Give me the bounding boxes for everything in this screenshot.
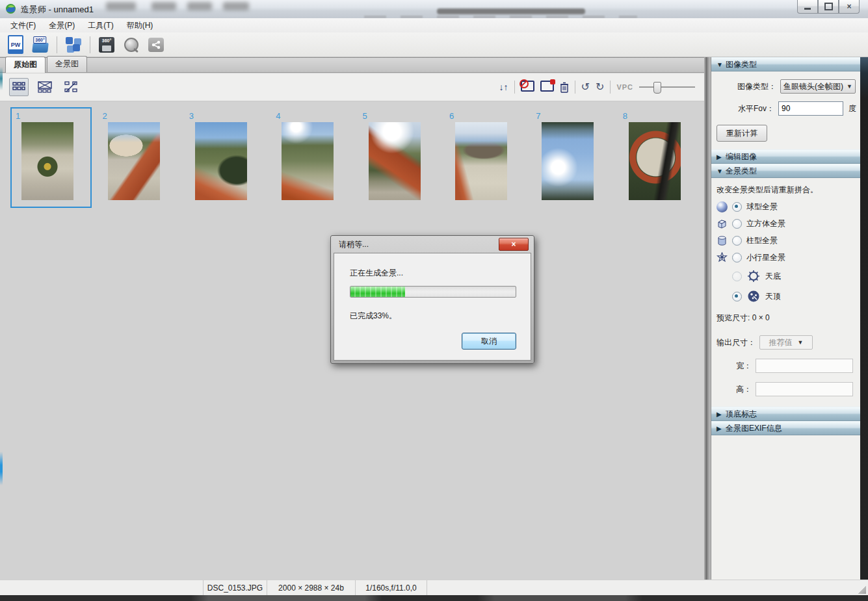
rotate-cw-button[interactable]: ↻: [596, 82, 604, 92]
menu-panorama[interactable]: 全景(P): [42, 18, 81, 33]
thumbnail-row: 1 2 3 4 5: [0, 102, 704, 208]
fov-label: 水平Fov：: [711, 103, 778, 114]
left-edge-glow: [0, 67, 3, 90]
progress-bar: [350, 286, 516, 298]
thumbnail-item-1[interactable]: 1: [10, 107, 92, 208]
background-window-ghost: [106, 2, 136, 10]
close-button[interactable]: ×: [839, 0, 860, 14]
menu-file[interactable]: 文件(F): [4, 18, 42, 33]
radio-zenith[interactable]: [732, 292, 742, 301]
open-images-button[interactable]: 360°: [30, 35, 51, 55]
thumbnail-photo[interactable]: [21, 122, 73, 200]
thumbnail-photo[interactable]: [542, 122, 594, 200]
thumbnail-item-3[interactable]: 3: [184, 107, 265, 208]
pano-option-little-planet[interactable]: 小行星全景: [717, 252, 860, 263]
compare-view-button[interactable]: [61, 78, 81, 96]
share-button[interactable]: [146, 35, 166, 55]
left-edge-glow: [0, 452, 3, 485]
save-panorama-button[interactable]: 360°: [96, 35, 117, 55]
tab-strip: 原始图 全景图: [0, 57, 704, 73]
thumbnail-photo[interactable]: [108, 122, 160, 200]
share-icon: [148, 38, 164, 52]
tab-original-images[interactable]: 原始图: [5, 57, 46, 73]
vpc-label: VPC: [616, 83, 633, 91]
delete-image-button[interactable]: [560, 82, 569, 93]
recalculate-button[interactable]: 重新计算: [717, 125, 767, 142]
output-size-dropdown[interactable]: 推荐值 ▼: [759, 335, 813, 350]
image-type-label: 图像类型：: [711, 81, 780, 92]
save-floppy-icon: 360°: [99, 37, 114, 53]
view-mode-group: [9, 78, 81, 96]
filmstrip-view-icon: [38, 81, 52, 93]
thumbnail-item-4[interactable]: 4: [270, 107, 352, 208]
radio-cubic[interactable]: [732, 219, 742, 229]
progress-dialog: 请稍等... × 正在生成全景... 已完成33%。 取消: [330, 235, 534, 364]
rotate-ccw-button[interactable]: ↺: [581, 82, 590, 92]
thumbnail-number: 8: [623, 111, 698, 121]
sort-order-icon[interactable]: ↓↑: [499, 83, 508, 92]
exclude-image-button[interactable]: [521, 81, 534, 94]
stitch-button[interactable]: [63, 35, 84, 55]
section-header-top-bottom-logo[interactable]: ▶顶底标志: [711, 407, 860, 421]
dialog-close-button[interactable]: ×: [499, 238, 529, 251]
thumbnail-size-slider[interactable]: [639, 81, 695, 93]
thumbnail-item-5[interactable]: 5: [358, 107, 439, 208]
radio-cylindrical[interactable]: [732, 236, 742, 246]
progress-bar-fill: [350, 287, 405, 297]
preview-globe-icon: [124, 38, 138, 52]
app-logo-icon: [5, 3, 16, 14]
height-input[interactable]: [756, 382, 853, 396]
nadir-icon: [746, 269, 761, 283]
maximize-button[interactable]: [818, 0, 839, 14]
progress-percent-text: 已完成33%。: [350, 311, 397, 322]
cancel-button[interactable]: 取消: [462, 333, 516, 350]
bottom-edge-strip: [0, 595, 868, 601]
thumbnail-number: 5: [363, 111, 438, 121]
thumbnail-photo[interactable]: [195, 122, 247, 200]
progress-message: 正在生成全景...: [350, 268, 403, 279]
sub-option-nadir[interactable]: 天底: [732, 269, 860, 283]
collapse-arrow-icon: ▶: [717, 422, 726, 435]
close-icon: ×: [511, 240, 516, 248]
pano-option-label: 立方体全景: [746, 218, 785, 229]
panel-splitter[interactable]: [704, 57, 711, 580]
preview-button[interactable]: [121, 35, 142, 55]
section-header-pano-type[interactable]: ▼全景类型: [711, 164, 860, 178]
thumbnail-item-6[interactable]: 6: [444, 107, 525, 208]
section-header-edit-image[interactable]: ▶编辑图像: [711, 149, 860, 164]
pano-option-cylindrical[interactable]: 柱型全景: [717, 235, 860, 246]
section-header-image-type[interactable]: ▼图像类型: [711, 57, 860, 71]
asteroid-star-icon: [717, 252, 728, 263]
radio-spherical[interactable]: [732, 202, 742, 212]
minimize-button[interactable]: [797, 0, 818, 14]
window-title: 造景师 - unnamed1: [21, 4, 94, 16]
puzzle-stitch-icon: [65, 36, 82, 53]
pano-option-cubic[interactable]: 立方体全景: [717, 218, 860, 229]
menu-help[interactable]: 帮助(H): [120, 18, 160, 33]
thumbnail-item-7[interactable]: 7: [531, 107, 612, 208]
section-header-exif[interactable]: ▶全景图EXIF信息: [711, 421, 860, 435]
thumbnail-view-button[interactable]: [9, 78, 29, 96]
pano-option-spherical[interactable]: 球型全景: [717, 201, 860, 212]
collapse-arrow-icon: ▼: [717, 58, 726, 71]
thumbnail-photo[interactable]: [455, 122, 507, 200]
radio-nadir[interactable]: [732, 272, 742, 281]
sub-option-zenith[interactable]: 天顶: [732, 289, 860, 303]
thumbnail-photo[interactable]: [629, 122, 681, 200]
fov-input[interactable]: [778, 101, 843, 116]
resize-grip[interactable]: [858, 586, 866, 594]
new-project-button[interactable]: PW: [5, 35, 26, 55]
thumbnail-item-8[interactable]: 8: [618, 107, 699, 208]
menu-tools[interactable]: 工具(T): [81, 18, 120, 33]
filmstrip-view-button[interactable]: [35, 78, 55, 96]
image-type-dropdown[interactable]: 鱼眼镜头(全帧图) ▼: [780, 79, 856, 94]
tab-panorama[interactable]: 全景图: [47, 56, 87, 72]
thumbnail-item-2[interactable]: 2: [97, 107, 178, 208]
width-input[interactable]: [756, 359, 853, 373]
thumbnail-photo[interactable]: [282, 122, 334, 200]
thumbnail-photo[interactable]: [369, 122, 421, 200]
replace-image-button[interactable]: [540, 81, 554, 94]
slider-thumb[interactable]: [653, 82, 661, 94]
grid-view-icon: [12, 82, 25, 92]
radio-little-planet[interactable]: [732, 253, 742, 262]
